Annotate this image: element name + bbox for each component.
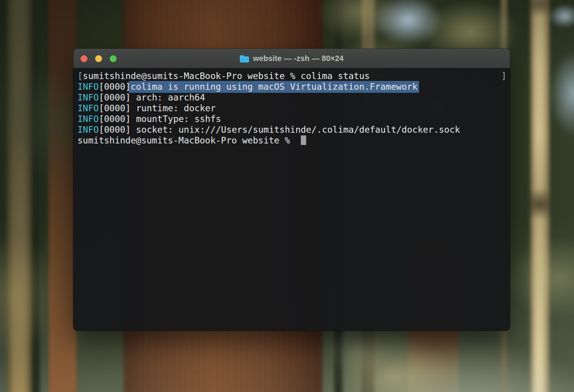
window-titlebar[interactable]: website — -zsh — 80×24 (73, 49, 510, 68)
minimize-button[interactable] (95, 55, 102, 62)
log-message: socket: unix:///Users/sumitshinde/.colim… (136, 125, 460, 135)
log-level: INFO (78, 92, 99, 102)
zoom-button[interactable] (110, 55, 117, 62)
log-message: mountType: sshfs (136, 114, 221, 124)
terminal-line-info-mounttype: INFO[0000]mountType: sshfs (78, 114, 506, 124)
log-level: INFO (78, 82, 99, 92)
log-tag: [0000] (99, 103, 130, 113)
window-title: website — -zsh — 80×24 (253, 54, 343, 63)
terminal-window: website — -zsh — 80×24 [sumitshinde@sumi… (73, 49, 510, 331)
command-text: sumitshinde@sumits-MacBook-Pro website %… (83, 71, 370, 81)
traffic-lights (81, 49, 117, 68)
terminal-line-info-socket: INFO[0000]socket: unix:///Users/sumitshi… (78, 124, 506, 135)
log-tag: [0000] (99, 82, 130, 92)
terminal-line-prompt: sumitshinde@sumits-MacBook-Pro website % (78, 135, 506, 146)
close-button[interactable] (81, 55, 87, 62)
log-tag: [0000] (99, 92, 130, 102)
terminal-line-info-status: INFO[0000]colima is running using macOS … (78, 81, 506, 92)
terminal-cursor (301, 135, 306, 145)
terminal-line-info-runtime: INFO[0000]runtime: docker (78, 103, 506, 114)
terminal-content[interactable]: [sumitshinde@sumits-MacBook-Pro website … (73, 68, 510, 331)
log-level: INFO (78, 103, 99, 113)
titlebar-center: website — -zsh — 80×24 (73, 54, 510, 63)
log-tag: [0000] (99, 125, 130, 135)
log-level: INFO (78, 125, 99, 135)
log-message: arch: aarch64 (136, 92, 205, 102)
folder-icon (239, 54, 249, 63)
command-mark-open: [ (78, 71, 83, 81)
shell-prompt: sumitshinde@sumits-MacBook-Pro website % (78, 135, 295, 145)
terminal-line-command: [sumitshinde@sumits-MacBook-Pro website … (78, 71, 506, 81)
log-message: runtime: docker (136, 103, 216, 113)
log-tag: [0000] (99, 114, 130, 124)
command-mark-close: ] (501, 71, 506, 81)
log-level: INFO (78, 114, 99, 124)
log-message-selected: colima is running using macOS Virtualiza… (129, 81, 419, 93)
terminal-line-info-arch: INFO[0000]arch: aarch64 (78, 92, 506, 103)
